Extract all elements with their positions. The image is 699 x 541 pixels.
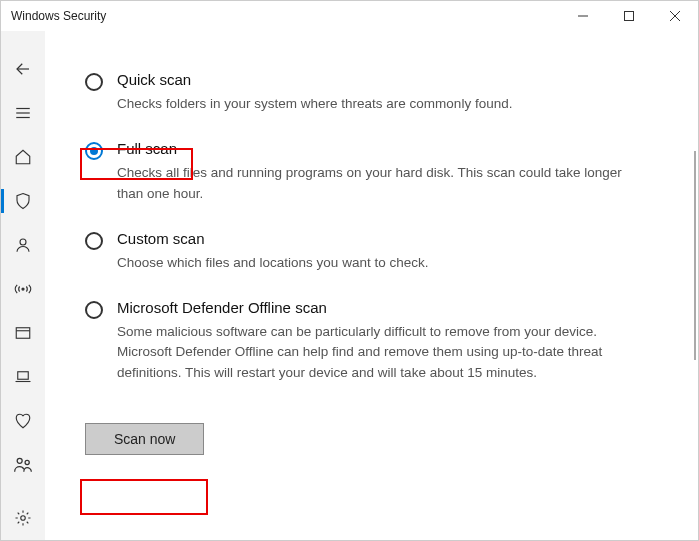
sidebar-item-account[interactable] — [1, 223, 45, 267]
radio-icon — [85, 232, 103, 250]
window-icon — [14, 324, 32, 342]
option-desc: Some malicious software can be particula… — [117, 322, 627, 383]
titlebar: Windows Security — [1, 1, 698, 31]
minimize-icon — [578, 11, 588, 21]
maximize-button[interactable] — [606, 1, 652, 31]
svg-point-14 — [17, 458, 22, 463]
svg-rect-1 — [625, 12, 634, 21]
svg-point-15 — [25, 460, 29, 464]
sidebar-item-home[interactable] — [1, 135, 45, 179]
sidebar-item-virus-protection[interactable] — [1, 179, 45, 223]
svg-point-9 — [22, 288, 24, 290]
radio-icon — [85, 301, 103, 319]
option-title: Microsoft Defender Offline scan — [117, 299, 658, 316]
sidebar-item-firewall[interactable] — [1, 267, 45, 311]
option-desc: Checks all files and running programs on… — [117, 163, 627, 204]
option-desc: Choose which files and locations you wan… — [117, 253, 627, 273]
scan-option-offline[interactable]: Microsoft Defender Offline scan Some mal… — [85, 299, 658, 383]
sidebar-item-device-security[interactable] — [1, 355, 45, 399]
maximize-icon — [624, 11, 634, 21]
close-button[interactable] — [652, 1, 698, 31]
back-arrow-icon — [14, 60, 32, 78]
svg-point-16 — [21, 516, 26, 521]
minimize-button[interactable] — [560, 1, 606, 31]
scrollbar-track[interactable] — [694, 151, 696, 360]
radio-icon — [85, 73, 103, 91]
hamburger-icon — [14, 104, 32, 122]
svg-point-8 — [20, 239, 26, 245]
heart-icon — [14, 412, 32, 430]
radio-icon — [85, 142, 103, 160]
main-content: Quick scan Checks folders in your system… — [45, 31, 698, 540]
option-title: Full scan — [117, 140, 658, 157]
laptop-icon — [14, 368, 32, 386]
option-title: Custom scan — [117, 230, 658, 247]
shield-icon — [14, 192, 32, 210]
person-icon — [14, 236, 32, 254]
scan-now-button[interactable]: Scan now — [85, 423, 204, 455]
gear-icon — [14, 509, 32, 527]
option-title: Quick scan — [117, 71, 658, 88]
home-icon — [14, 148, 32, 166]
window-title: Windows Security — [11, 9, 106, 23]
sidebar-item-device-health[interactable] — [1, 399, 45, 443]
close-icon — [670, 11, 680, 21]
svg-rect-12 — [18, 372, 29, 380]
broadcast-icon — [13, 279, 33, 299]
sidebar — [1, 31, 45, 540]
sidebar-item-app-browser[interactable] — [1, 311, 45, 355]
family-icon — [13, 455, 33, 475]
menu-button[interactable] — [1, 91, 45, 135]
option-desc: Checks folders in your system where thre… — [117, 94, 627, 114]
svg-rect-10 — [16, 328, 30, 339]
scan-option-full[interactable]: Full scan Checks all files and running p… — [85, 140, 658, 204]
sidebar-item-family[interactable] — [1, 443, 45, 487]
scan-option-custom[interactable]: Custom scan Choose which files and locat… — [85, 230, 658, 273]
scan-option-quick[interactable]: Quick scan Checks folders in your system… — [85, 71, 658, 114]
back-button[interactable] — [1, 47, 45, 91]
sidebar-item-settings[interactable] — [1, 496, 45, 540]
windows-security-window: Windows Security — [0, 0, 699, 541]
